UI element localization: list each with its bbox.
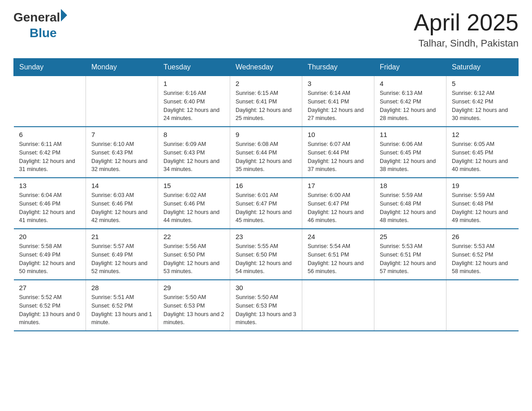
calendar-cell: 29Sunrise: 5:50 AM Sunset: 6:53 PM Dayli… [158,280,230,331]
calendar-cell [86,76,158,127]
calendar-week-row: 13Sunrise: 6:04 AM Sunset: 6:46 PM Dayli… [14,178,519,229]
day-number: 28 [91,284,152,291]
day-number: 25 [380,233,441,240]
calendar-header-row: SundayMondayTuesdayWednesdayThursdayFrid… [14,59,519,76]
page-header: General Blue April 2025 Talhar, Sindh, P… [13,9,519,49]
calendar-title: April 2025 [414,9,519,36]
calendar-cell: 2Sunrise: 6:15 AM Sunset: 6:41 PM Daylig… [230,76,302,127]
day-number: 1 [163,80,224,87]
day-number: 9 [236,131,296,138]
day-info: Sunrise: 6:03 AM Sunset: 6:46 PM Dayligh… [91,191,152,225]
calendar-cell: 8Sunrise: 6:09 AM Sunset: 6:43 PM Daylig… [158,127,230,178]
day-info: Sunrise: 5:50 AM Sunset: 6:53 PM Dayligh… [163,293,224,327]
day-info: Sunrise: 6:12 AM Sunset: 6:42 PM Dayligh… [452,89,513,123]
day-number: 11 [380,131,441,138]
calendar-cell [302,280,374,331]
day-info: Sunrise: 5:51 AM Sunset: 6:52 PM Dayligh… [91,293,152,327]
day-info: Sunrise: 6:01 AM Sunset: 6:47 PM Dayligh… [236,191,296,225]
day-info: Sunrise: 6:07 AM Sunset: 6:44 PM Dayligh… [308,140,369,174]
calendar-cell: 27Sunrise: 5:52 AM Sunset: 6:52 PM Dayli… [14,280,86,331]
title-block: April 2025 Talhar, Sindh, Pakistan [414,9,519,49]
calendar-cell: 15Sunrise: 6:02 AM Sunset: 6:46 PM Dayli… [158,178,230,229]
day-info: Sunrise: 5:59 AM Sunset: 6:48 PM Dayligh… [452,191,513,225]
calendar-week-row: 27Sunrise: 5:52 AM Sunset: 6:52 PM Dayli… [14,280,519,331]
calendar-header-day: Thursday [302,59,374,76]
calendar-cell: 6Sunrise: 6:11 AM Sunset: 6:42 PM Daylig… [14,127,86,178]
calendar-cell: 23Sunrise: 5:55 AM Sunset: 6:50 PM Dayli… [230,229,302,280]
logo-arrow-icon [61,9,67,21]
calendar-cell: 20Sunrise: 5:58 AM Sunset: 6:49 PM Dayli… [14,229,86,280]
day-number: 26 [452,233,513,240]
calendar-cell: 14Sunrise: 6:03 AM Sunset: 6:46 PM Dayli… [86,178,158,229]
day-info: Sunrise: 6:05 AM Sunset: 6:45 PM Dayligh… [452,140,513,174]
calendar-cell: 13Sunrise: 6:04 AM Sunset: 6:46 PM Dayli… [14,178,86,229]
day-info: Sunrise: 6:04 AM Sunset: 6:46 PM Dayligh… [19,191,81,225]
day-number: 19 [452,182,513,189]
calendar-cell: 24Sunrise: 5:54 AM Sunset: 6:51 PM Dayli… [302,229,374,280]
calendar-cell: 9Sunrise: 6:08 AM Sunset: 6:44 PM Daylig… [230,127,302,178]
day-number: 6 [19,131,81,138]
logo-text-blue: Blue [30,26,57,40]
calendar-cell: 1Sunrise: 6:16 AM Sunset: 6:40 PM Daylig… [158,76,230,127]
day-info: Sunrise: 6:11 AM Sunset: 6:42 PM Dayligh… [19,140,81,174]
calendar-cell: 5Sunrise: 6:12 AM Sunset: 6:42 PM Daylig… [446,76,519,127]
day-info: Sunrise: 6:14 AM Sunset: 6:41 PM Dayligh… [308,89,369,123]
day-info: Sunrise: 5:55 AM Sunset: 6:50 PM Dayligh… [236,242,296,276]
day-info: Sunrise: 6:16 AM Sunset: 6:40 PM Dayligh… [163,89,224,123]
calendar-cell: 22Sunrise: 5:56 AM Sunset: 6:50 PM Dayli… [158,229,230,280]
day-number: 14 [91,182,152,189]
day-number: 8 [163,131,224,138]
day-number: 12 [452,131,513,138]
calendar-cell: 12Sunrise: 6:05 AM Sunset: 6:45 PM Dayli… [446,127,519,178]
calendar-week-row: 6Sunrise: 6:11 AM Sunset: 6:42 PM Daylig… [14,127,519,178]
day-info: Sunrise: 5:53 AM Sunset: 6:52 PM Dayligh… [452,242,513,276]
calendar-header-day: Sunday [14,59,86,76]
calendar-cell: 26Sunrise: 5:53 AM Sunset: 6:52 PM Dayli… [446,229,519,280]
day-number: 4 [380,80,441,87]
day-number: 17 [308,182,369,189]
calendar-cell: 3Sunrise: 6:14 AM Sunset: 6:41 PM Daylig… [302,76,374,127]
day-number: 15 [163,182,224,189]
day-info: Sunrise: 6:08 AM Sunset: 6:44 PM Dayligh… [236,140,296,174]
day-info: Sunrise: 6:15 AM Sunset: 6:41 PM Dayligh… [236,89,296,123]
day-info: Sunrise: 6:10 AM Sunset: 6:43 PM Dayligh… [91,140,152,174]
day-info: Sunrise: 5:58 AM Sunset: 6:49 PM Dayligh… [19,242,81,276]
calendar-cell: 28Sunrise: 5:51 AM Sunset: 6:52 PM Dayli… [86,280,158,331]
day-info: Sunrise: 5:50 AM Sunset: 6:53 PM Dayligh… [236,293,296,327]
day-number: 23 [236,233,296,240]
day-number: 27 [19,284,81,291]
day-info: Sunrise: 5:53 AM Sunset: 6:51 PM Dayligh… [380,242,441,276]
calendar-cell [14,76,86,127]
day-number: 21 [91,233,152,240]
day-number: 5 [452,80,513,87]
day-number: 3 [308,80,369,87]
day-number: 18 [380,182,441,189]
day-info: Sunrise: 5:57 AM Sunset: 6:49 PM Dayligh… [91,242,152,276]
calendar-cell [446,280,519,331]
calendar-week-row: 1Sunrise: 6:16 AM Sunset: 6:40 PM Daylig… [14,76,519,127]
calendar-header-day: Tuesday [158,59,230,76]
day-number: 10 [308,131,369,138]
day-number: 16 [236,182,296,189]
day-number: 24 [308,233,369,240]
day-info: Sunrise: 5:54 AM Sunset: 6:51 PM Dayligh… [308,242,369,276]
calendar-cell: 21Sunrise: 5:57 AM Sunset: 6:49 PM Dayli… [86,229,158,280]
day-info: Sunrise: 6:02 AM Sunset: 6:46 PM Dayligh… [163,191,224,225]
calendar-cell: 16Sunrise: 6:01 AM Sunset: 6:47 PM Dayli… [230,178,302,229]
calendar-cell: 7Sunrise: 6:10 AM Sunset: 6:43 PM Daylig… [86,127,158,178]
calendar-week-row: 20Sunrise: 5:58 AM Sunset: 6:49 PM Dayli… [14,229,519,280]
calendar-cell: 4Sunrise: 6:13 AM Sunset: 6:42 PM Daylig… [374,76,446,127]
day-info: Sunrise: 5:56 AM Sunset: 6:50 PM Dayligh… [163,242,224,276]
day-info: Sunrise: 5:52 AM Sunset: 6:52 PM Dayligh… [19,293,81,327]
calendar-cell [374,280,446,331]
day-number: 20 [19,233,81,240]
calendar-cell: 17Sunrise: 6:00 AM Sunset: 6:47 PM Dayli… [302,178,374,229]
day-info: Sunrise: 6:09 AM Sunset: 6:43 PM Dayligh… [163,140,224,174]
day-number: 2 [236,80,296,87]
calendar-cell: 18Sunrise: 5:59 AM Sunset: 6:48 PM Dayli… [374,178,446,229]
day-info: Sunrise: 5:59 AM Sunset: 6:48 PM Dayligh… [380,191,441,225]
logo: General Blue [13,9,67,40]
calendar-header-day: Monday [86,59,158,76]
calendar-cell: 25Sunrise: 5:53 AM Sunset: 6:51 PM Dayli… [374,229,446,280]
day-number: 13 [19,182,81,189]
